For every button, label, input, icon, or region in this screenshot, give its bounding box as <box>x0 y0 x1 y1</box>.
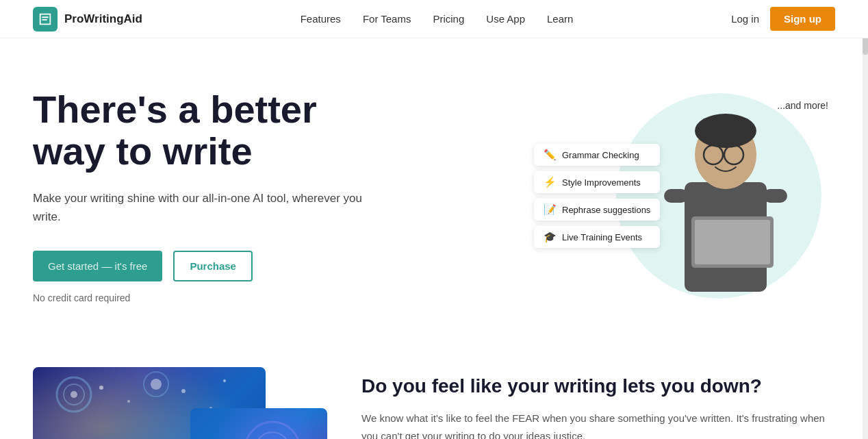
pill-style: ⚡ Style Improvements <box>534 171 660 193</box>
svg-rect-7 <box>695 220 770 264</box>
logo-text: ProWritingAid <box>64 12 142 26</box>
hero-title: There's a better way to write <box>33 88 389 173</box>
logo-icon <box>33 7 58 32</box>
blue-card-image <box>190 408 327 439</box>
svg-point-12 <box>71 391 77 398</box>
nav-links: Features For Teams Pricing Use App Learn <box>301 13 574 25</box>
blue-card-svg <box>190 408 327 439</box>
pill-style-label: Style Improvements <box>562 177 641 188</box>
purchase-button[interactable]: Purchase <box>173 251 253 281</box>
hero-left: There's a better way to write Make your … <box>33 88 389 304</box>
login-link[interactable]: Log in <box>731 13 759 25</box>
section2-text: We know what it's like to feel the FEAR … <box>361 410 835 439</box>
pill-grammar-label: Grammar Checking <box>562 150 639 160</box>
training-icon: 🎓 <box>544 231 557 243</box>
more-label: ...and more! <box>777 100 828 111</box>
section2-right: Do you feel like your writing lets you d… <box>361 367 835 439</box>
get-started-button[interactable]: Get started — it's free <box>33 251 162 281</box>
logo-link[interactable]: ProWritingAid <box>33 7 142 32</box>
section2: My idea in my head Do you feel like your… <box>0 340 868 439</box>
hero-buttons: Get started — it's free Purchase <box>33 251 389 281</box>
pill-rephrase: 📝 Rephrase suggestions <box>534 199 660 221</box>
style-icon: ⚡ <box>544 176 557 188</box>
section2-left: My idea in my head <box>33 367 320 439</box>
pill-training-label: Live Training Events <box>562 232 642 242</box>
hero-right: ...and more! ✏️ Grammar Checking ⚡ Style… <box>534 79 835 312</box>
pill-grammar: ✏️ Grammar Checking <box>534 144 660 166</box>
svg-point-14 <box>151 379 162 390</box>
get-started-suffix: — it's free <box>101 260 147 272</box>
nav-learn[interactable]: Learn <box>547 13 573 25</box>
feature-pills: ✏️ Grammar Checking ⚡ Style Improvements… <box>534 144 660 248</box>
hero-subtitle: Make your writing shine with our all-in-… <box>33 189 389 226</box>
signup-button[interactable]: Sign up <box>770 7 835 31</box>
svg-point-22 <box>245 422 300 439</box>
svg-point-2 <box>695 114 756 148</box>
hero-note: No credit card required <box>33 292 389 303</box>
nav-actions: Log in Sign up <box>731 7 835 31</box>
pill-training: 🎓 Live Training Events <box>534 226 660 248</box>
svg-rect-8 <box>664 189 688 203</box>
pill-rephrase-label: Rephrase suggestions <box>562 205 650 215</box>
hero-person-illustration <box>643 79 808 299</box>
svg-point-19 <box>181 389 186 393</box>
svg-point-17 <box>99 386 103 390</box>
svg-rect-9 <box>763 189 787 203</box>
nav-use-app[interactable]: Use App <box>486 13 525 25</box>
svg-point-20 <box>223 379 226 382</box>
nav-pricing[interactable]: Pricing <box>433 13 464 25</box>
svg-point-23 <box>255 432 290 439</box>
grammar-icon: ✏️ <box>544 149 557 161</box>
section2-title: Do you feel like your writing lets you d… <box>361 374 835 399</box>
logo-svg <box>38 12 53 27</box>
scrollbar[interactable] <box>863 0 868 439</box>
person-svg <box>650 86 801 299</box>
nav-for-teams[interactable]: For Teams <box>363 13 411 25</box>
navbar: ProWritingAid Features For Teams Pricing… <box>0 0 868 38</box>
get-started-label: Get started <box>48 260 99 272</box>
nav-features[interactable]: Features <box>301 13 341 25</box>
svg-point-18 <box>127 400 130 403</box>
hero-section: There's a better way to write Make your … <box>0 38 868 340</box>
rephrase-icon: 📝 <box>544 203 557 216</box>
